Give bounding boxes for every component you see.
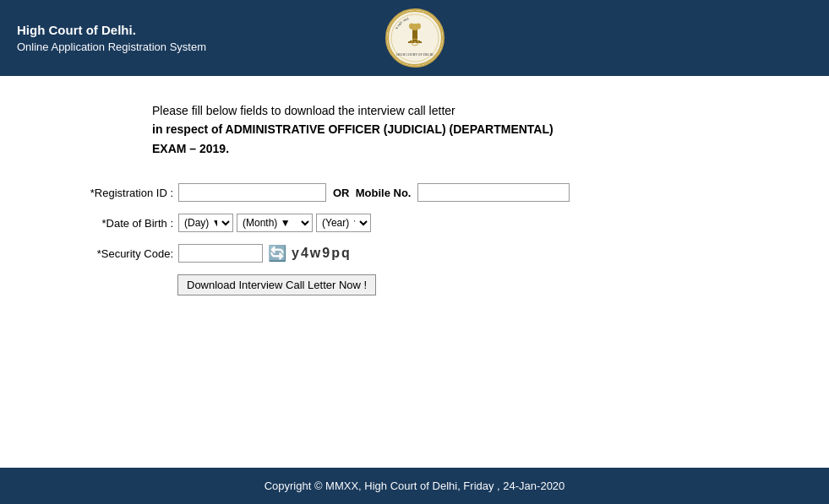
copyright-text: Copyright © MMXX, High Court of Delhi, F… <box>265 480 565 492</box>
emblem-circle: HIGH COURT OF DELHI सत्यमेव जयते <box>385 8 444 68</box>
header-title: High Court of Delhi. <box>17 23 206 37</box>
logo-emblem: HIGH COURT OF DELHI सत्यमेव जयते <box>385 8 444 68</box>
registration-row: *Registration ID : OR Mobile No. <box>51 183 812 202</box>
security-label: *Security Code: <box>51 247 173 260</box>
header-subtitle: Online Application Registration System <box>17 41 206 53</box>
page-footer: Copyright © MMXX, High Court of Delhi, F… <box>0 468 829 504</box>
year-select[interactable]: (Year) ▼19501951195219531954195519561957… <box>316 214 371 232</box>
or-separator: OR Mobile No. <box>333 187 411 199</box>
security-input[interactable] <box>178 244 263 263</box>
instructions-block: Please fill below fields to download the… <box>152 101 812 158</box>
svg-text:HIGH COURT OF DELHI: HIGH COURT OF DELHI <box>396 52 434 57</box>
security-row: *Security Code: 🔄 y4w9pq <box>51 244 812 263</box>
refresh-captcha-icon[interactable]: 🔄 <box>268 244 286 263</box>
registration-label: *Registration ID : <box>51 187 173 199</box>
day-select[interactable]: (Day) ▼123456789101112131415161718192021… <box>178 214 233 232</box>
form-area: *Registration ID : OR Mobile No. *Date o… <box>51 183 812 295</box>
month-select[interactable]: (Month) ▼JanuaryFebruaryMarchAprilMayJun… <box>237 214 313 232</box>
mobile-input[interactable] <box>417 183 570 202</box>
registration-input[interactable] <box>178 183 326 202</box>
download-row: Download Interview Call Letter Now ! <box>177 274 812 295</box>
main-content: Please fill below fields to download the… <box>0 76 829 468</box>
instruction-text: Please fill below fields to download the… <box>152 101 812 158</box>
svg-point-9 <box>414 41 416 43</box>
captcha-display: y4w9pq <box>292 246 352 261</box>
dob-label: *Date of Birth : <box>51 217 173 230</box>
download-button[interactable]: Download Interview Call Letter Now ! <box>177 274 376 295</box>
svg-point-7 <box>416 24 421 30</box>
mobile-label: Mobile No. <box>356 187 412 199</box>
dob-row: *Date of Birth : (Day) ▼1234567891011121… <box>51 214 812 232</box>
svg-point-6 <box>409 24 414 30</box>
emblem-svg: HIGH COURT OF DELHI सत्यमेव जयते <box>387 10 443 66</box>
header-text-block: High Court of Delhi. Online Application … <box>17 23 206 53</box>
page-header: High Court of Delhi. Online Application … <box>0 0 829 76</box>
